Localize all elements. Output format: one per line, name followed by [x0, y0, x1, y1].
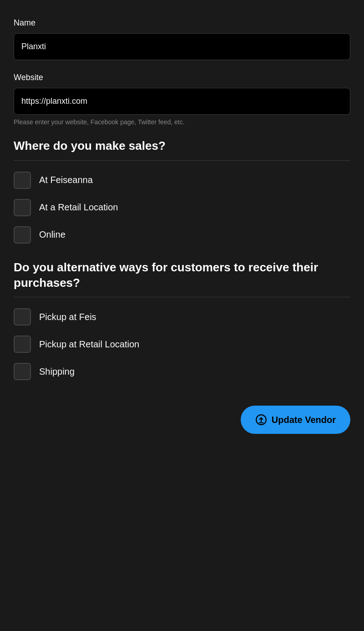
checkbox-shipping-box[interactable] [14, 363, 31, 380]
name-input[interactable] [14, 33, 350, 60]
upload-icon [255, 414, 267, 426]
checkbox-online-box[interactable] [14, 226, 31, 244]
checkbox-pickup-feis-box[interactable] [14, 308, 31, 326]
website-hint: Please enter your website, Facebook page… [14, 118, 350, 126]
checkbox-pickup-retail[interactable]: Pickup at Retail Location [14, 336, 350, 353]
checkbox-feiseanna[interactable]: At Feiseanna [14, 172, 350, 189]
bottom-row: Update Vendor [14, 397, 350, 434]
checkbox-pickup-feis[interactable]: Pickup at Feis [14, 308, 350, 326]
checkbox-online-label: Online [39, 229, 66, 240]
checkbox-feiseanna-label: At Feiseanna [39, 175, 93, 185]
checkbox-shipping[interactable]: Shipping [14, 363, 350, 380]
checkbox-online[interactable]: Online [14, 226, 350, 244]
checkbox-pickup-retail-label: Pickup at Retail Location [39, 339, 139, 350]
delivery-section-title: Do you alternative ways for customers to… [14, 260, 350, 291]
checkbox-pickup-feis-label: Pickup at Feis [39, 312, 96, 322]
delivery-section: Do you alternative ways for customers to… [14, 260, 350, 381]
checkbox-retail-location-box[interactable] [14, 199, 31, 216]
website-label: Website [14, 73, 350, 82]
name-field-group: Name [14, 18, 350, 60]
sales-divider [14, 160, 350, 161]
checkbox-retail-location-label: At a Retail Location [39, 202, 118, 213]
website-field-group: Website Please enter your website, Faceb… [14, 73, 350, 126]
delivery-divider [14, 297, 350, 297]
checkbox-shipping-label: Shipping [39, 366, 75, 377]
checkbox-retail-location[interactable]: At a Retail Location [14, 199, 350, 216]
checkbox-feiseanna-box[interactable] [14, 172, 31, 189]
sales-section: Where do you make sales? At Feiseanna At… [14, 138, 350, 244]
sales-checkbox-group: At Feiseanna At a Retail Location Online [14, 172, 350, 244]
checkbox-pickup-retail-box[interactable] [14, 336, 31, 353]
delivery-checkbox-group: Pickup at Feis Pickup at Retail Location… [14, 308, 350, 380]
sales-section-title: Where do you make sales? [14, 138, 350, 154]
name-label: Name [14, 18, 350, 28]
website-input[interactable] [14, 88, 350, 115]
update-vendor-label: Update Vendor [272, 415, 336, 425]
update-vendor-button[interactable]: Update Vendor [241, 406, 350, 434]
